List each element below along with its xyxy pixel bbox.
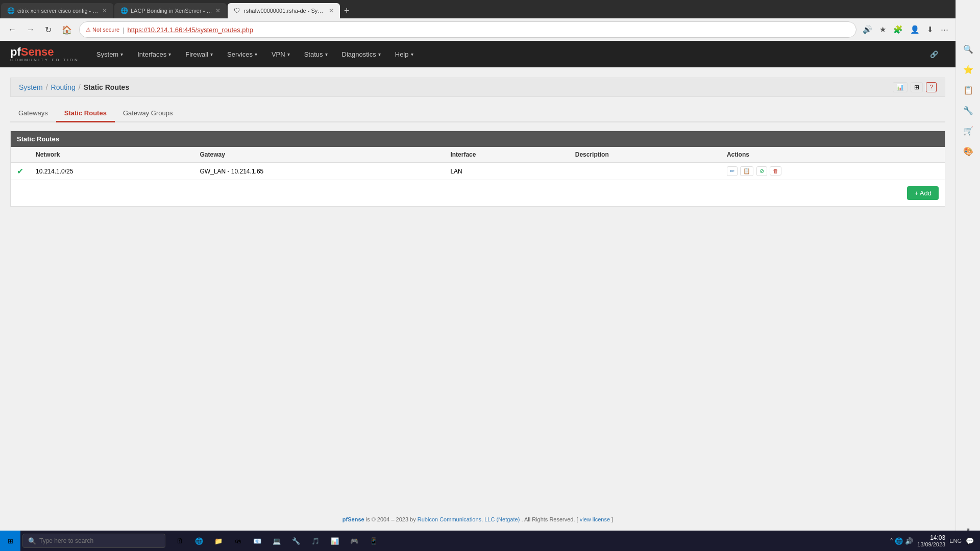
taskbar-item-store[interactable]: 🛍 <box>229 532 247 550</box>
url-display[interactable]: https://10.214.1.66:445/system_routes.ph… <box>128 26 253 34</box>
breadcrumb-sep-2: / <box>79 83 81 91</box>
breadcrumb: System / Routing / Static Routes <box>19 83 129 91</box>
taskbar-item-9[interactable]: 📱 <box>364 532 383 550</box>
footer-brand: pfSense <box>342 516 364 522</box>
nav-menu: System ▾ Interfaces ▾ Firewall ▾ Service… <box>89 41 421 67</box>
browser-tab-2[interactable]: 🌐 LACP Bonding in XenServer - Co... ✕ <box>114 3 227 18</box>
tab-title-3: rshafw00000001.rsha-de - Syst... <box>244 8 326 14</box>
tab-close-2[interactable]: ✕ <box>215 7 220 14</box>
new-tab-button[interactable]: + <box>340 6 354 16</box>
downloads-button[interactable]: ⬇ <box>925 23 936 36</box>
browser-tab-3[interactable]: 🛡 rshafw00000001.rsha-de - Syst... ✕ <box>228 3 340 18</box>
forward-button[interactable]: → <box>23 23 38 36</box>
nav-help[interactable]: Help ▾ <box>388 41 421 67</box>
row-gateway: GW_LAN - 10.214.1.65 <box>194 163 445 180</box>
col-status <box>11 147 30 163</box>
nav-external-link[interactable]: 🔗 <box>923 41 945 67</box>
footer-license-link[interactable]: view license <box>580 516 610 522</box>
back-button[interactable]: ← <box>5 23 19 36</box>
tab-favicon-1: 🌐 <box>7 7 14 14</box>
extension-icon-6[interactable]: 🎨 <box>960 143 976 159</box>
network-icon[interactable]: 🌐 <box>895 537 903 545</box>
delete-button[interactable]: 🗑 <box>770 166 781 176</box>
taskbar-item-7[interactable]: 📊 <box>326 532 344 550</box>
taskbar-right: ^ 🌐 🔊 14:03 13/09/2023 ENG 💬 <box>890 534 980 547</box>
col-gateway: Gateway <box>194 147 445 163</box>
breadcrumb-system[interactable]: System <box>19 83 43 91</box>
taskbar-item-6[interactable]: 🎵 <box>306 532 325 550</box>
extension-icon-3[interactable]: 📋 <box>960 82 976 98</box>
page-content: System / Routing / Static Routes 📊 ⊞ ? G… <box>0 67 955 373</box>
table-row: ✔ 10.214.1.0/25 GW_LAN - 10.214.1.65 LAN… <box>11 163 945 180</box>
taskbar-item-terminal[interactable]: 💻 <box>267 532 286 550</box>
browser-extensions-button[interactable]: 🧩 <box>891 23 905 36</box>
browser-tab-1[interactable]: 🌐 citrix xen server cisco config - Se...… <box>1 3 113 18</box>
nav-services[interactable]: Services ▾ <box>220 41 264 67</box>
taskbar-item-explorer[interactable]: 📁 <box>209 532 228 550</box>
footer-company-link[interactable]: Rubicon Communications, LLC (Netgate) <box>418 516 520 522</box>
col-actions: Actions <box>721 147 945 163</box>
copy-button[interactable]: 📋 <box>740 166 753 176</box>
taskbar-clock[interactable]: 14:03 13/09/2023 <box>917 534 945 547</box>
grid-button[interactable]: ⊞ <box>911 82 923 92</box>
nav-help-arrow: ▾ <box>411 52 413 57</box>
browser-settings-button[interactable]: ⋯ <box>939 23 950 36</box>
browser-tabs-bar: 🌐 citrix xen server cisco config - Se...… <box>0 0 955 18</box>
browser-action-buttons: 🔊 ★ 🧩 👤 ⬇ ⋯ <box>861 23 950 36</box>
nav-right-actions: 🔗 <box>923 41 945 67</box>
nav-system[interactable]: System ▾ <box>89 41 130 67</box>
static-routes-table: Network Gateway Interface Description Ac… <box>11 147 945 180</box>
nav-interfaces[interactable]: Interfaces ▾ <box>130 41 178 67</box>
extension-icon-1[interactable]: 🔍 <box>960 41 976 57</box>
taskbar-search[interactable]: 🔍 <box>22 534 165 548</box>
taskbar-item-mail[interactable]: 📧 <box>248 532 266 550</box>
volume-icon[interactable]: 🔊 <box>905 537 913 545</box>
nav-diagnostics[interactable]: Diagnostics ▾ <box>335 41 388 67</box>
table-header: Static Routes <box>11 131 945 147</box>
help-button[interactable]: ? <box>926 82 937 92</box>
col-description: Description <box>569 147 721 163</box>
taskbar-item-edge[interactable]: 🌐 <box>190 532 208 550</box>
nav-vpn[interactable]: VPN ▾ <box>264 41 297 67</box>
read-aloud-button[interactable]: 🔊 <box>861 23 874 36</box>
nav-status[interactable]: Status ▾ <box>297 41 335 67</box>
extension-icon-4[interactable]: 🔧 <box>960 102 976 118</box>
clock-time: 14:03 <box>917 534 945 541</box>
tab-gateways[interactable]: Gateways <box>10 105 56 122</box>
row-network: 10.214.1.0/25 <box>30 163 194 180</box>
address-bar[interactable]: ⚠ Not secure | https://10.214.1.66:445/s… <box>79 21 856 38</box>
breadcrumb-routing[interactable]: Routing <box>51 83 76 91</box>
pfsense-logo: pfSense COMMUNITY EDITION <box>10 46 79 62</box>
notification-icon[interactable]: 💬 <box>966 537 974 545</box>
taskbar-item-8[interactable]: 🎮 <box>345 532 363 550</box>
edit-button[interactable]: ✏ <box>727 166 738 176</box>
extension-icon-5[interactable]: 🛒 <box>960 122 976 139</box>
logo-text: pfSense <box>10 46 79 58</box>
static-routes-table-container: Static Routes Network Gateway Interface … <box>10 131 945 207</box>
reload-button[interactable]: ↻ <box>42 23 55 37</box>
page-footer: pfSense is © 2004 – 2023 by Rubicon Comm… <box>0 508 955 531</box>
chart-button[interactable]: 📊 <box>893 82 908 92</box>
tab-gateway-groups[interactable]: Gateway Groups <box>115 105 181 122</box>
breadcrumb-action-buttons: 📊 ⊞ ? <box>893 82 937 92</box>
start-button[interactable]: ⊞ <box>0 531 20 551</box>
tab-close-1[interactable]: ✕ <box>102 7 107 14</box>
disable-button[interactable]: ⊘ <box>756 166 767 176</box>
taskbar-search-input[interactable] <box>39 537 141 544</box>
taskbar-chevron[interactable]: ^ <box>890 537 893 545</box>
nav-diagnostics-arrow: ▾ <box>378 52 381 57</box>
row-actions: ✏ 📋 ⊘ 🗑 <box>721 163 945 180</box>
add-route-button[interactable]: + Add <box>907 186 939 200</box>
col-interface: Interface <box>444 147 569 163</box>
tab-close-3[interactable]: ✕ <box>329 7 334 14</box>
nav-firewall[interactable]: Firewall ▾ <box>178 41 220 67</box>
taskbar-item-5[interactable]: 🔧 <box>287 532 305 550</box>
tab-static-routes[interactable]: Static Routes <box>56 105 115 122</box>
taskbar-pinned-items: 🗓 🌐 📁 🛍 📧 💻 🔧 🎵 📊 🎮 📱 <box>167 532 386 550</box>
home-button[interactable]: 🏠 <box>59 23 75 37</box>
extension-icon-2[interactable]: ⭐ <box>960 61 976 78</box>
favorites-button[interactable]: ★ <box>877 23 888 36</box>
profile-button[interactable]: 👤 <box>908 23 922 36</box>
taskbar-item-1[interactable]: 🗓 <box>170 532 189 550</box>
logo-subtitle: COMMUNITY EDITION <box>10 58 79 62</box>
